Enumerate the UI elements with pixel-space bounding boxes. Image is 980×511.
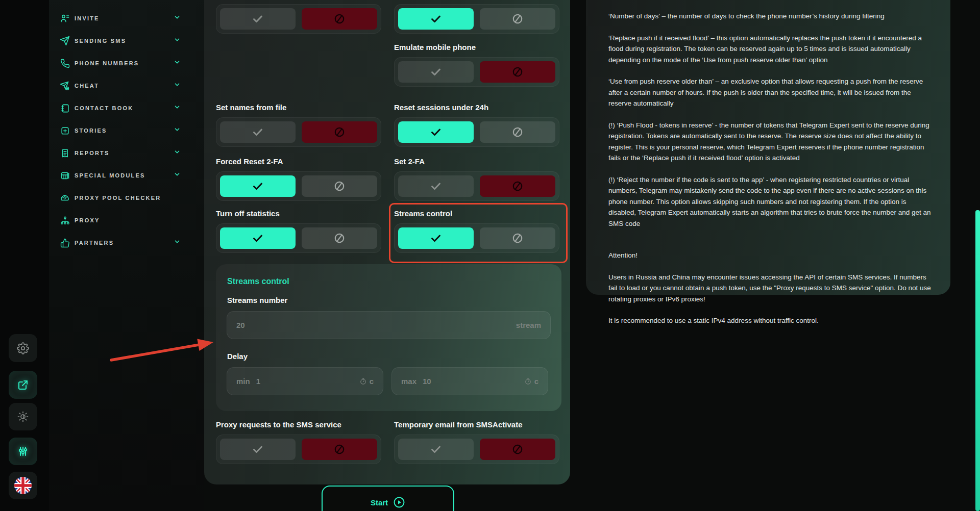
prohibited-icon <box>511 180 524 192</box>
toggle-row1-right <box>394 4 559 34</box>
sidebar-item-label: Reports <box>75 150 174 156</box>
sidebar-nav: Invite Sending SMS Phone numbers <box>49 0 204 511</box>
check-icon <box>252 180 264 192</box>
toggle-no-button[interactable] <box>480 121 555 143</box>
toggle-no-button[interactable] <box>480 61 555 83</box>
sidebar-item-reports[interactable]: Reports <box>49 142 204 164</box>
chevron-down-icon[interactable] <box>174 104 181 113</box>
setting-label: Forced Reset 2-FA <box>216 157 283 166</box>
external-link-button[interactable] <box>9 371 37 399</box>
receipt-icon <box>59 147 70 159</box>
toggle-yes-button[interactable] <box>220 121 296 143</box>
sidebar-item-stories[interactable]: Stories <box>49 119 204 142</box>
gauge-icon <box>59 192 70 203</box>
toggle-no-button[interactable] <box>302 8 377 30</box>
check-icon <box>430 443 442 455</box>
sidebar-item-sending-sms[interactable]: Sending SMS <box>49 30 204 52</box>
annotation-arrow <box>87 326 225 375</box>
sidebar-item-label: Special modules <box>75 172 174 178</box>
toggle-no-button[interactable] <box>302 121 377 143</box>
toggle-no-button[interactable] <box>480 439 555 460</box>
delay-unit: c <box>534 377 538 386</box>
toggle-yes-button[interactable] <box>220 175 296 197</box>
external-link-icon <box>17 379 29 391</box>
sidebar-item-proxy[interactable]: Proxy <box>49 209 204 232</box>
toggle-yes-button[interactable] <box>398 8 474 30</box>
gear-icon <box>17 342 29 354</box>
chevron-down-icon[interactable] <box>174 171 181 180</box>
setting-label: Temporary email from SMSActivate <box>394 420 522 429</box>
toggle-no-button[interactable] <box>302 227 377 249</box>
toggle-no-button[interactable] <box>302 439 377 460</box>
prohibited-icon <box>511 443 524 455</box>
theme-toggle-button[interactable] <box>9 403 37 430</box>
sidebar-item-phone-numbers[interactable]: Phone numbers <box>49 52 204 74</box>
scrollbar-thumb[interactable] <box>975 210 980 511</box>
play-icon <box>393 496 405 508</box>
toggle-no-button[interactable] <box>480 8 555 30</box>
sidebar-item-label: Invite <box>75 15 174 21</box>
delay-min-prefix: min <box>236 377 250 386</box>
streams-number-label: Streams number <box>227 296 287 304</box>
settings-button[interactable] <box>9 334 37 362</box>
toggle-set-2fa <box>394 171 559 201</box>
chevron-down-icon[interactable] <box>174 238 181 247</box>
sidebar-item-label: Sending SMS <box>75 38 174 44</box>
chevron-down-icon[interactable] <box>174 36 181 45</box>
sidebar-item-cheat[interactable]: Cheat <box>49 74 204 97</box>
help-panel: ‘Number of days’ – the number of days to… <box>586 0 950 295</box>
toggle-no-button[interactable] <box>302 175 377 197</box>
delay-min-input[interactable]: min 1 c <box>227 367 383 395</box>
check-icon <box>252 232 264 244</box>
toggle-yes-button[interactable] <box>398 175 474 197</box>
toggle-no-button[interactable] <box>480 227 555 249</box>
toggle-yes-button[interactable] <box>398 121 474 143</box>
toggle-emulate-mobile-phone <box>394 57 559 87</box>
toggle-yes-button[interactable] <box>220 227 296 249</box>
prohibited-icon <box>333 126 346 138</box>
toggle-yes-button[interactable] <box>398 61 474 83</box>
square-plus-icon <box>59 125 70 136</box>
paper-plane-icon <box>59 35 70 46</box>
stopwatch-icon <box>359 377 367 385</box>
check-icon <box>430 180 442 192</box>
start-button[interactable]: Start <box>322 486 454 511</box>
sidebar-item-contact-book[interactable]: Contact book <box>49 97 204 119</box>
sidebar-item-invite[interactable]: Invite <box>49 7 204 30</box>
filters-button[interactable] <box>9 438 37 465</box>
sidebar-item-special-modules[interactable]: Special modules <box>49 164 204 187</box>
help-paragraph: (!) ‘Push Flood - tokens in reserve’ - t… <box>608 120 935 164</box>
setting-label: Set 2-FA <box>394 157 425 166</box>
invite-icon <box>59 13 70 24</box>
sidebar-item-partners[interactable]: Partners <box>49 232 204 254</box>
sidebar-item-proxy-pool-checker[interactable]: Proxy pool checker <box>49 187 204 209</box>
toggle-forced-reset-2fa <box>216 171 381 201</box>
language-button[interactable] <box>9 472 37 499</box>
toggle-reset-sessions-under-24h <box>394 117 559 147</box>
setting-label: Turn off statistics <box>216 209 280 218</box>
chevron-down-icon[interactable] <box>174 81 181 90</box>
app-root: Invite Sending SMS Phone numbers <box>0 0 980 511</box>
toggle-no-button[interactable] <box>480 175 555 197</box>
chevron-down-icon[interactable] <box>174 148 181 158</box>
toggle-yes-button[interactable] <box>220 8 296 30</box>
help-paragraph: ‘Number of days’ – the number of days to… <box>608 11 935 22</box>
phone-icon <box>59 58 70 69</box>
paper-plane-plus-icon <box>59 80 70 91</box>
toggle-yes-button[interactable] <box>220 439 296 460</box>
chevron-down-icon[interactable] <box>174 126 181 135</box>
delay-min-value: 1 <box>256 377 359 386</box>
sidebar-item-label: Stories <box>75 127 174 134</box>
chevron-down-icon[interactable] <box>174 14 181 23</box>
check-icon <box>430 232 442 244</box>
prohibited-icon <box>333 443 346 455</box>
toggle-yes-button[interactable] <box>398 439 474 460</box>
toggle-yes-button[interactable] <box>398 227 474 249</box>
delay-label: Delay <box>227 352 248 361</box>
prohibited-icon <box>511 66 524 78</box>
delay-max-input[interactable]: max 10 c <box>391 367 548 395</box>
toggle-temporary-email-smsactivate <box>394 435 559 464</box>
streams-number-input[interactable]: 20 stream <box>227 311 551 339</box>
check-icon <box>430 13 442 25</box>
chevron-down-icon[interactable] <box>174 59 181 68</box>
